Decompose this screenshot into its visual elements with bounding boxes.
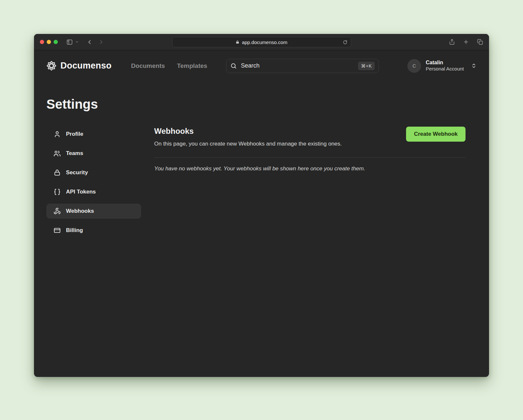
tab-overview-icon[interactable]: [477, 39, 483, 45]
sidebar-item-security[interactable]: Security: [46, 165, 141, 180]
webhooks-heading: Webhooks: [154, 127, 342, 136]
sidebar-item-label: Teams: [66, 150, 83, 157]
sidebar-item-label: Security: [66, 169, 88, 176]
users-icon: [54, 150, 61, 157]
sidebar-item-label: Webhooks: [66, 208, 94, 214]
close-window-button[interactable]: [40, 40, 44, 44]
webhooks-empty-state: You have no webhooks yet. Your webhooks …: [154, 165, 466, 172]
webhook-icon: [54, 208, 61, 215]
brand[interactable]: Documenso: [46, 61, 111, 71]
create-webhook-button[interactable]: Create Webhook: [406, 127, 466, 142]
nav-documents[interactable]: Documents: [131, 62, 165, 70]
braces-icon: [54, 188, 61, 195]
nav-templates[interactable]: Templates: [177, 62, 207, 70]
share-icon[interactable]: [449, 39, 455, 45]
chevron-down-icon[interactable]: [75, 40, 79, 44]
account-menu[interactable]: C Catalin Personal Account: [407, 59, 477, 73]
minimize-window-button[interactable]: [47, 40, 51, 44]
settings-sidebar: Profile Teams Security API Tokens: [46, 127, 141, 238]
tls-lock-icon: [236, 40, 239, 44]
shortcut-badge: ⌘+K: [358, 62, 375, 70]
sidebar-item-webhooks[interactable]: Webhooks: [46, 204, 141, 219]
address-bar[interactable]: app.documenso.com: [172, 37, 351, 47]
sidebar-item-profile[interactable]: Profile: [46, 127, 141, 142]
top-nav: Documents Templates: [131, 62, 207, 70]
new-tab-icon[interactable]: [463, 39, 469, 45]
sidebar-item-label: Profile: [66, 131, 83, 137]
webhooks-description: On this page, you can create new Webhook…: [154, 141, 342, 147]
section-divider: [154, 157, 466, 158]
settings-layout: Profile Teams Security API Tokens: [46, 127, 466, 238]
credit-card-icon: [54, 227, 61, 234]
lock-icon: [54, 169, 61, 176]
brand-name: Documenso: [60, 61, 111, 71]
app-header: Documenso Documents Templates ⌘+K C Cata…: [34, 50, 489, 81]
documenso-logo-icon: [46, 61, 57, 71]
zoom-window-button[interactable]: [54, 40, 58, 44]
sidebar-item-label: Billing: [66, 227, 83, 234]
sidebar-item-billing[interactable]: Billing: [46, 223, 141, 238]
reload-icon[interactable]: [343, 40, 348, 45]
page-title: Settings: [46, 97, 477, 112]
sidebar-item-teams[interactable]: Teams: [46, 146, 141, 161]
avatar: C: [407, 59, 421, 73]
traffic-lights: [40, 40, 58, 44]
sidebar-item-label: API Tokens: [66, 189, 96, 195]
forward-button[interactable]: [98, 39, 105, 45]
browser-chrome: app.documenso.com: [34, 34, 489, 50]
chevrons-up-down-icon: [471, 63, 477, 69]
account-name: Catalin: [426, 59, 464, 66]
search-input[interactable]: [241, 62, 354, 69]
webhooks-header: Webhooks On this page, you can create ne…: [154, 127, 466, 147]
user-icon: [54, 131, 61, 138]
back-button[interactable]: [86, 39, 93, 45]
sidebar-item-api-tokens[interactable]: API Tokens: [46, 184, 141, 199]
chrome-actions: [449, 39, 483, 45]
search-box[interactable]: ⌘+K: [226, 59, 379, 73]
url-text: app.documenso.com: [242, 39, 287, 45]
sidebar-toggle-icon[interactable]: [66, 39, 73, 45]
account-type: Personal Account: [426, 66, 464, 72]
search-icon: [230, 63, 237, 69]
webhooks-panel: Webhooks On this page, you can create ne…: [154, 127, 466, 172]
browser-window: app.documenso.com: [34, 34, 489, 377]
